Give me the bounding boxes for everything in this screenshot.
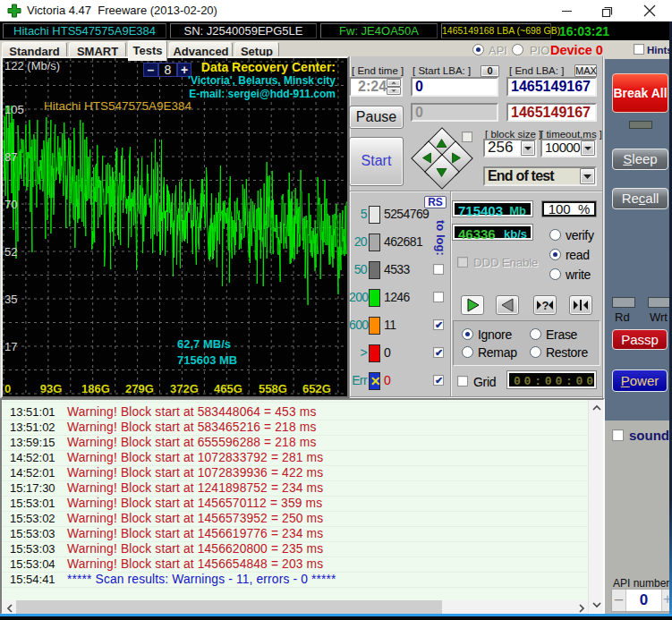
- svg-text:?: ?: [542, 299, 549, 312]
